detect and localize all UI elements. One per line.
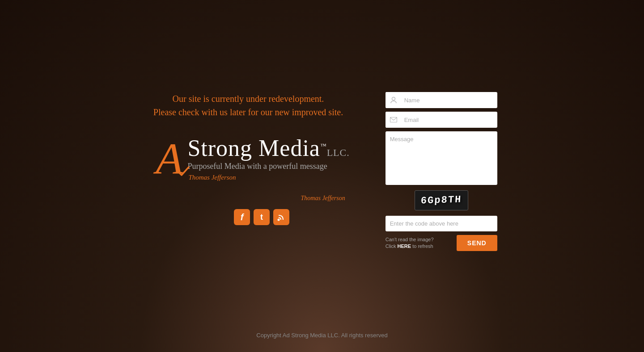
logo-letter-wrapper: A xyxy=(156,137,183,181)
logo-quote: Thomas Jefferson xyxy=(188,174,236,181)
captcha-code: 6Gp8TH xyxy=(420,194,462,206)
cant-read-line2: Click HERE to refresh xyxy=(386,243,434,250)
user-icon xyxy=(386,92,402,108)
brand-main-text: Strong Media™LLC. xyxy=(187,137,349,160)
contact-form: 6Gp8TH Can't read the image? Click HERE … xyxy=(386,92,497,251)
under-dev-line2: Please check with us later for our new i… xyxy=(147,105,349,119)
under-dev-message: Our site is currently under redevelopmen… xyxy=(147,92,349,119)
left-panel: Our site is currently under redevelopmen… xyxy=(147,92,349,225)
captcha-area: 6Gp8TH xyxy=(386,190,497,210)
message-input[interactable] xyxy=(386,131,497,185)
quote-attribution: Thomas Jefferson xyxy=(301,195,345,202)
captcha-image: 6Gp8TH xyxy=(415,190,468,210)
logo-checkmark-icon xyxy=(177,166,190,176)
name-input[interactable] xyxy=(402,93,497,107)
svg-point-1 xyxy=(392,97,395,101)
brand-name: Strong Media™LLC. Purposeful Media with … xyxy=(187,137,349,181)
svg-point-0 xyxy=(277,219,280,221)
logo-letter-a: A xyxy=(156,134,183,184)
brand-tagline: Purposeful Media with a powerful message xyxy=(187,162,327,171)
email-row xyxy=(386,112,497,128)
cant-read-text: Can't read the image? Click HERE to refr… xyxy=(386,236,434,250)
cant-read-line1: Can't read the image? xyxy=(386,236,434,243)
name-row xyxy=(386,92,497,108)
email-icon xyxy=(386,112,402,128)
email-input[interactable] xyxy=(402,113,497,127)
form-bottom-row: Can't read the image? Click HERE to refr… xyxy=(386,235,497,251)
twitter-icon[interactable]: t xyxy=(254,209,270,225)
social-icons-group: f t xyxy=(234,209,289,225)
captcha-input[interactable] xyxy=(386,216,497,231)
under-dev-line1: Our site is currently under redevelopmen… xyxy=(147,92,349,105)
facebook-icon[interactable]: f xyxy=(234,209,250,225)
footer-text: Copyright Ad Strong Media LLC. All right… xyxy=(256,332,387,339)
send-button[interactable]: SEND xyxy=(457,235,497,251)
refresh-link[interactable]: HERE xyxy=(398,243,411,249)
logo-area: A Strong Media™LLC. Purposeful Media wit… xyxy=(156,137,349,181)
footer: Copyright Ad Strong Media LLC. All right… xyxy=(256,332,387,339)
rss-icon[interactable] xyxy=(273,209,289,225)
